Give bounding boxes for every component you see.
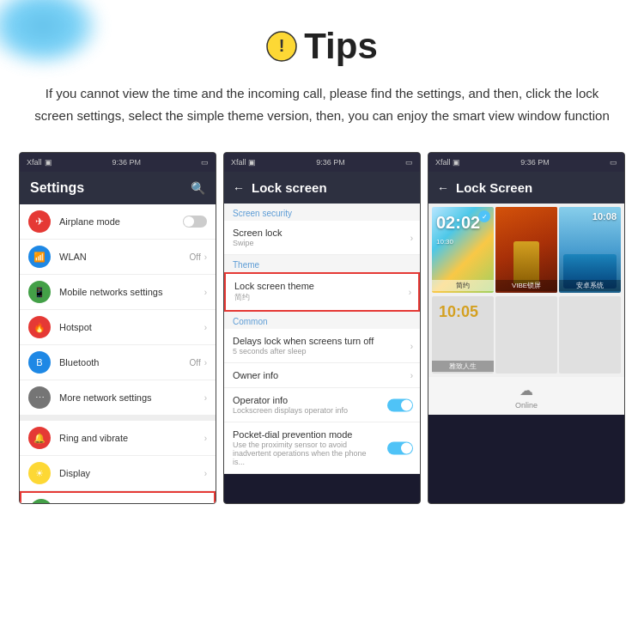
lock-item-owner[interactable]: Owner info › xyxy=(224,363,420,388)
hotspot-label: Hotspot xyxy=(59,322,204,332)
settings-list: ✈ Airplane mode 📶 WLAN Off › 📱 Mobile ne… xyxy=(20,204,216,504)
mobile-chevron: › xyxy=(204,288,207,297)
settings-screen: Xfall ▣ 9:36 PM ▭ Settings 🔍 ✈ Airplane … xyxy=(19,152,216,504)
ring-chevron: › xyxy=(204,434,207,443)
lockscreen-themes-header: ← Lock Screen xyxy=(428,172,624,204)
tips-title: Tips xyxy=(304,26,378,67)
more-network-icon: ⋯ xyxy=(28,386,51,409)
wlan-value: Off xyxy=(190,252,201,262)
lock-item-screenlock[interactable]: Screen lock Swipe › xyxy=(224,221,420,255)
lock-item-operator[interactable]: Operator info Lockscreen displays operat… xyxy=(224,388,420,422)
more-network-chevron: › xyxy=(204,393,207,403)
ring-icon: 🔔 xyxy=(28,427,51,449)
battery-icon: ▭ xyxy=(201,158,209,167)
time-1: 9:36 PM xyxy=(112,158,141,167)
status-bar-2: Xfall ▣ 9:36 PM ▭ xyxy=(224,153,420,172)
theme-item-empty-2 xyxy=(559,296,621,374)
time-3: 9:36 PM xyxy=(520,158,550,167)
owner-chevron: › xyxy=(410,371,413,380)
theme-item-simple[interactable]: 02:02 10:30 ✓ 简约 xyxy=(432,207,494,293)
display-label: Display xyxy=(59,468,204,478)
wlan-icon: 📶 xyxy=(28,246,51,268)
lockscreen-settings-header: ← Lock screen xyxy=(224,172,420,204)
theme-time: 02:02 xyxy=(436,214,480,231)
status-bar-3: Xfall ▣ 9:36 PM ▭ xyxy=(428,153,624,172)
lockscreen-settings-content: Screen security Screen lock Swipe › Them… xyxy=(224,204,420,474)
elegant-label: 雅致人生 xyxy=(432,361,494,372)
battery-icon-2: ▭ xyxy=(405,158,413,167)
wlan-label: WLAN xyxy=(59,252,190,262)
section-screen-security: Screen security xyxy=(224,204,420,221)
display-icon: ☀ xyxy=(28,462,51,484)
theme-bottom-row: 10:05 雅致人生 xyxy=(428,296,624,377)
android-time: 10:08 xyxy=(592,211,617,222)
hotspot-chevron: › xyxy=(204,323,207,332)
pocket-toggle[interactable] xyxy=(387,441,413,454)
airplane-label: Airplane mode xyxy=(59,216,183,227)
lockscreen-settings-screen: Xfall ▣ 9:36 PM ▭ ← Lock screen Screen s… xyxy=(223,152,421,504)
android-label: 安卓系统 xyxy=(559,280,621,291)
signal-icon: Xfall xyxy=(27,158,42,167)
airplane-toggle[interactable] xyxy=(183,216,207,228)
theme-item-elegant[interactable]: 10:05 雅致人生 xyxy=(432,296,494,374)
theme-grid: 02:02 10:30 ✓ 简约 VIBE锁屏 10:08 安卓系统 xyxy=(428,204,624,296)
settings-item-wlan[interactable]: 📶 WLAN Off › xyxy=(20,240,216,275)
sim-icon: ▣ xyxy=(45,158,52,167)
battery-icon-3: ▭ xyxy=(610,158,617,167)
back-button-3[interactable]: ← xyxy=(437,181,449,195)
hotspot-icon: 🔥 xyxy=(28,316,51,338)
lock-item-pocket[interactable]: Pocket-dial prevention mode Use the prox… xyxy=(224,422,420,474)
settings-item-hotspot[interactable]: 🔥 Hotspot › xyxy=(20,310,216,345)
section-common: Common xyxy=(224,312,420,329)
settings-item-lockscreen[interactable]: 🔒 Lock screen › xyxy=(20,491,216,504)
screenlock-chevron: › xyxy=(410,233,413,242)
signal-icon-3: Xfall ▣ xyxy=(435,158,460,167)
display-chevron: › xyxy=(204,469,207,478)
mobile-icon: 📱 xyxy=(28,281,51,303)
more-network-label: More network settings xyxy=(59,392,204,403)
bluetooth-chevron: › xyxy=(204,358,207,368)
bluetooth-label: Bluetooth xyxy=(59,357,190,368)
vibe-label: VIBE锁屏 xyxy=(495,280,557,291)
lockscreen-icon: 🔒 xyxy=(30,499,52,504)
search-button[interactable]: 🔍 xyxy=(191,181,205,195)
bluetooth-icon: B xyxy=(28,351,51,374)
lockscreen-themes-screen: Xfall ▣ 9:36 PM ▭ ← Lock Screen 02:02 10… xyxy=(428,152,625,504)
wlan-chevron: › xyxy=(204,252,207,262)
signal-icon-2: Xfall ▣ xyxy=(231,158,256,167)
ring-label: Ring and vibrate xyxy=(59,433,204,443)
warning-icon: ! xyxy=(266,31,297,62)
theme-item-empty-1 xyxy=(495,296,557,374)
theme-check-simple: ✓ xyxy=(478,210,490,222)
delay-chevron: › xyxy=(410,341,413,350)
settings-item-airplane[interactable]: ✈ Airplane mode xyxy=(20,204,216,240)
theme-chevron: › xyxy=(409,288,411,297)
airplane-icon: ✈ xyxy=(28,210,51,233)
lock-item-delay[interactable]: Delays lock when screens turn off 5 seco… xyxy=(224,329,420,363)
svg-text:!: ! xyxy=(279,36,285,55)
screenshots-row: Xfall ▣ 9:36 PM ▭ Settings 🔍 ✈ Airplane … xyxy=(0,143,644,504)
time-2: 9:36 PM xyxy=(316,158,345,167)
status-bar-1: Xfall ▣ 9:36 PM ▭ xyxy=(20,153,216,172)
lockscreen-settings-title: Lock screen xyxy=(252,180,327,195)
lock-item-theme[interactable]: Lock screen theme 简约 › xyxy=(224,272,420,312)
tips-description: If you cannot view the time and the inco… xyxy=(0,76,644,143)
online-section: ☁ Online xyxy=(428,377,624,415)
lockscreen-themes-title: Lock Screen xyxy=(456,180,532,195)
bluetooth-value: Off xyxy=(190,358,201,368)
settings-item-mobile[interactable]: 📱 Mobile networks settings › xyxy=(20,275,216,310)
settings-title: Settings xyxy=(30,180,84,196)
cloud-icon: ☁ xyxy=(519,382,533,398)
settings-item-more-network[interactable]: ⋯ More network settings › xyxy=(20,380,216,416)
settings-item-display[interactable]: ☀ Display › xyxy=(20,456,216,491)
back-button-2[interactable]: ← xyxy=(233,181,245,195)
operator-toggle[interactable] xyxy=(387,398,413,411)
theme-item-android[interactable]: 10:08 安卓系统 xyxy=(559,207,621,293)
settings-item-ring[interactable]: 🔔 Ring and vibrate › xyxy=(20,421,216,456)
settings-header: Settings 🔍 xyxy=(20,172,216,204)
section-theme: Theme xyxy=(224,255,420,272)
theme-item-vibe[interactable]: VIBE锁屏 xyxy=(495,207,557,293)
settings-item-bluetooth[interactable]: B Bluetooth Off › xyxy=(20,345,216,380)
online-label: Online xyxy=(515,401,538,410)
simple-label: 简约 xyxy=(432,280,494,291)
